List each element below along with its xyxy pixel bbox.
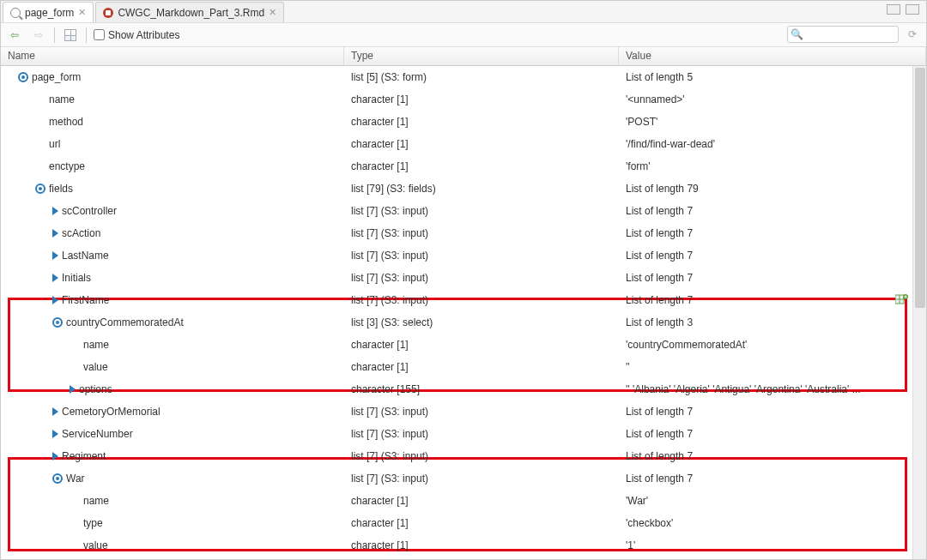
cell-type: character [1] — [344, 138, 619, 150]
expander-closed-icon[interactable] — [52, 452, 58, 461]
header-type[interactable]: Type — [344, 47, 619, 65]
cell-value: List of length 7 — [619, 473, 926, 485]
expander-closed-icon[interactable] — [70, 385, 76, 394]
cell-value: '1' — [619, 539, 926, 551]
refresh-button[interactable]: ⟳ — [904, 26, 921, 43]
node-name: ServiceNumber — [62, 428, 133, 440]
node-name: CemetoryOrMemorial — [62, 406, 161, 418]
header-value[interactable]: Value — [619, 47, 926, 65]
tree-row[interactable]: namecharacter [1]'countryCommemoratedAt' — [1, 334, 926, 356]
cell-value: List of length 7 — [619, 205, 926, 217]
close-icon[interactable]: ✕ — [78, 7, 86, 18]
cell-type: list [7] (S3: input) — [344, 250, 619, 262]
minimize-button[interactable] — [887, 4, 900, 15]
header-name[interactable]: Name — [1, 47, 344, 65]
expander-closed-icon[interactable] — [52, 407, 58, 416]
cell-name: page_form — [1, 71, 344, 83]
expander-open-icon[interactable] — [18, 72, 28, 82]
tree-row[interactable]: Regimentlist [7] (S3: input)List of leng… — [1, 445, 926, 467]
cell-type: list [5] (S3: form) — [344, 71, 619, 83]
tree-row[interactable]: fieldslist [79] (S3: fields)List of leng… — [1, 178, 926, 200]
cell-value: 'War' — [619, 495, 926, 507]
cell-value: List of length 7 — [619, 406, 926, 418]
cell-type: character [1] — [344, 361, 619, 373]
node-name: enctype — [49, 160, 85, 172]
cell-value: List of length 7 — [619, 250, 926, 262]
expander-closed-icon[interactable] — [52, 229, 58, 238]
cell-name: method — [1, 116, 344, 128]
cell-name: options — [1, 383, 344, 395]
cell-name: url — [1, 138, 344, 150]
tree-row[interactable]: countryCommemoratedAtlist [3] (S3: selec… — [1, 311, 926, 334]
cell-value: List of length 3 — [619, 316, 926, 328]
cell-type: character [1] — [344, 160, 619, 172]
node-name: LastName — [62, 250, 109, 262]
cell-type: list [7] (S3: input) — [344, 272, 619, 284]
expander-closed-icon[interactable] — [52, 207, 58, 215]
tab-bar: page_form ✕ CWGC_Markdown_Part_3.Rmd ✕ — [1, 1, 926, 23]
expander-open-icon[interactable] — [52, 317, 63, 328]
cell-name: scController — [1, 205, 344, 217]
tree-body: page_formlist [5] (S3: form)List of leng… — [1, 66, 926, 559]
expander-closed-icon[interactable] — [52, 251, 58, 260]
expander-closed-icon[interactable] — [52, 274, 58, 282]
expander-open-icon[interactable] — [35, 184, 45, 194]
tree-row[interactable]: valuecharacter [1]'' — [1, 356, 926, 378]
tab-markdown[interactable]: CWGC_Markdown_Part_3.Rmd ✕ — [95, 2, 284, 22]
back-button[interactable]: ⇦ — [6, 27, 23, 44]
cell-name: name — [1, 495, 344, 507]
tree-row[interactable]: methodcharacter [1]'POST' — [1, 111, 926, 133]
cell-value: '' 'Albania' 'Algeria' 'Antigua' 'Argent… — [619, 383, 926, 395]
tree-row[interactable]: Initialslist [7] (S3: input)List of leng… — [1, 267, 926, 289]
node-name: scController — [62, 205, 117, 217]
cell-name: fields — [1, 183, 344, 195]
tree-row[interactable]: ServiceNumberlist [7] (S3: input)List of… — [1, 423, 926, 445]
tree-row[interactable]: LastNamelist [7] (S3: input)List of leng… — [1, 244, 926, 267]
tree-row[interactable]: Warlist [7] (S3: input)List of length 7 — [1, 467, 926, 490]
cell-type: character [1] — [344, 539, 619, 551]
separator — [86, 27, 87, 43]
tree-row[interactable]: scControllerlist [7] (S3: input)List of … — [1, 200, 926, 222]
maximize-button[interactable] — [906, 4, 919, 15]
cell-type: character [155] — [344, 383, 619, 395]
separator — [54, 27, 55, 43]
search-box: 🔍 — [787, 26, 899, 43]
expander-open-icon[interactable] — [52, 473, 63, 484]
expander-closed-icon[interactable] — [52, 430, 58, 438]
tree-row[interactable]: FirstNamelist [7] (S3: input)List of len… — [1, 289, 926, 311]
cell-name: value — [1, 539, 344, 551]
forward-button[interactable]: ⇨ — [30, 27, 47, 44]
tree-row[interactable]: urlcharacter [1]'/find/find-war-dead' — [1, 133, 926, 155]
cell-value: 'checkbox' — [619, 517, 926, 529]
tree-row[interactable]: enctypecharacter [1]'form' — [1, 155, 926, 178]
cell-type: list [7] (S3: input) — [344, 205, 619, 217]
window-controls — [887, 4, 919, 15]
cell-name: ServiceNumber — [1, 428, 344, 440]
cell-value: List of length 7 — [619, 294, 926, 306]
cell-type: list [7] (S3: input) — [344, 473, 619, 485]
search-icon: 🔍 — [791, 28, 803, 40]
close-icon[interactable]: ✕ — [269, 7, 276, 18]
tree-row[interactable]: page_formlist [5] (S3: form)List of leng… — [1, 66, 926, 88]
expander-closed-icon[interactable] — [52, 296, 58, 304]
extract-variable-icon[interactable] — [895, 293, 909, 308]
cell-name: name — [1, 93, 344, 105]
tab-page-form[interactable]: page_form ✕ — [3, 2, 94, 22]
node-name: name — [49, 93, 75, 105]
show-attributes-checkbox[interactable]: Show Attributes — [94, 29, 179, 41]
search-input[interactable] — [787, 26, 899, 43]
tree-row[interactable]: namecharacter [1]'War' — [1, 490, 926, 512]
tree-row[interactable]: typecharacter [1]'checkbox' — [1, 512, 926, 534]
tree-row[interactable]: CemetoryOrMemoriallist [7] (S3: input)Li… — [1, 400, 926, 423]
cell-name: enctype — [1, 160, 344, 172]
tree-row[interactable]: scActionlist [7] (S3: input)List of leng… — [1, 222, 926, 244]
cell-type: list [7] (S3: input) — [344, 294, 619, 306]
cell-value: 'form' — [619, 160, 926, 172]
grid-view-button[interactable] — [62, 27, 79, 44]
cell-name: type — [1, 517, 344, 529]
tree-row[interactable]: valuecharacter [1]'1' — [1, 534, 926, 557]
tree-row[interactable]: namecharacter [1]'<unnamed>' — [1, 88, 926, 111]
cell-name: Regiment — [1, 450, 344, 462]
checkbox-input[interactable] — [94, 29, 105, 40]
tree-row[interactable]: optionscharacter [155]'' 'Albania' 'Alge… — [1, 378, 926, 400]
